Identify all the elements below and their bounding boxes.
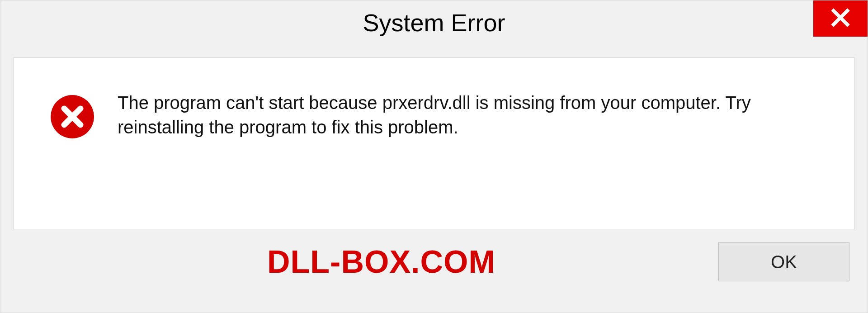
- dialog-title: System Error: [363, 5, 505, 37]
- ok-button[interactable]: OK: [718, 242, 849, 281]
- error-icon: [50, 94, 95, 139]
- error-message: The program can't start because prxerdrv…: [118, 90, 832, 139]
- titlebar: System Error: [0, 0, 868, 48]
- close-button[interactable]: [813, 0, 868, 37]
- watermark-text: DLL-BOX.COM: [267, 244, 495, 280]
- footer: DLL-BOX.COM OK: [0, 229, 868, 313]
- content-panel: The program can't start because prxerdrv…: [13, 57, 855, 229]
- close-icon: [830, 7, 851, 30]
- system-error-dialog: System Error The program can't start bec…: [0, 0, 868, 313]
